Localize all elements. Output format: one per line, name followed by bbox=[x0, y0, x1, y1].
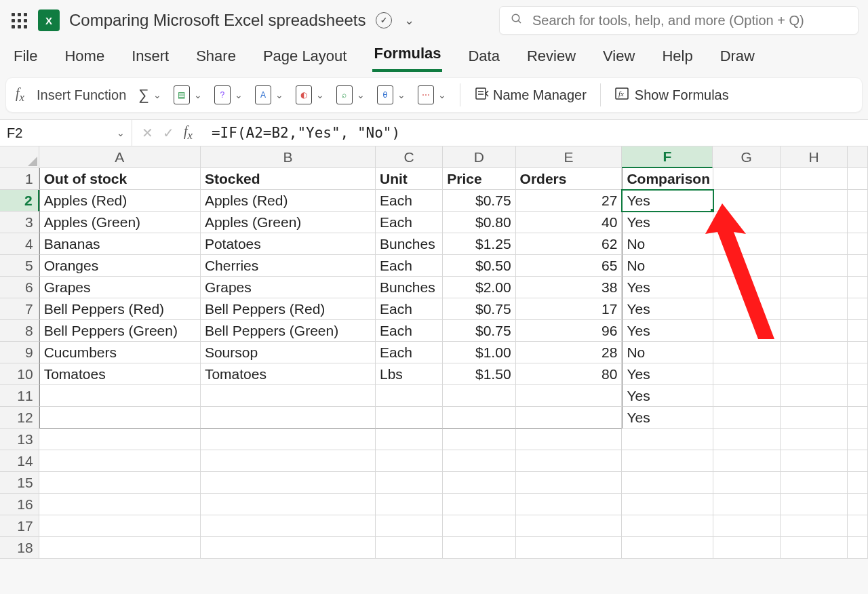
cell[interactable] bbox=[713, 429, 781, 450]
row-header[interactable]: 17 bbox=[0, 515, 39, 537]
tab-file[interactable]: File bbox=[12, 43, 39, 72]
select-all-corner[interactable] bbox=[0, 146, 39, 168]
cell[interactable]: Price bbox=[443, 168, 515, 190]
lookup-button[interactable]: ⌕⌄ bbox=[334, 83, 368, 107]
cell[interactable]: Yes bbox=[622, 385, 713, 407]
logical-button[interactable]: ?⌄ bbox=[212, 83, 245, 107]
more-functions-button[interactable]: ⋯⌄ bbox=[415, 83, 449, 107]
cell[interactable] bbox=[781, 385, 848, 407]
cell[interactable]: 38 bbox=[516, 277, 623, 298]
cell[interactable]: Yes bbox=[622, 320, 713, 342]
cell[interactable] bbox=[622, 450, 713, 472]
cell[interactable] bbox=[376, 515, 443, 537]
cell[interactable] bbox=[622, 515, 713, 537]
cell[interactable] bbox=[376, 494, 443, 515]
cell[interactable] bbox=[713, 363, 781, 385]
confirm-icon[interactable]: ✓ bbox=[163, 125, 174, 141]
row-header[interactable]: 16 bbox=[0, 494, 39, 515]
cell[interactable]: Bunches bbox=[376, 277, 443, 298]
cell[interactable] bbox=[39, 450, 201, 472]
tab-insert[interactable]: Insert bbox=[130, 43, 170, 72]
cell[interactable]: $0.50 bbox=[443, 255, 515, 277]
cell[interactable] bbox=[201, 450, 376, 472]
cell[interactable] bbox=[713, 450, 781, 472]
cell[interactable] bbox=[713, 537, 781, 559]
row-header[interactable]: 8 bbox=[0, 320, 39, 342]
cell[interactable] bbox=[781, 212, 848, 233]
cell[interactable] bbox=[713, 342, 781, 363]
cell[interactable] bbox=[848, 429, 868, 450]
tab-home[interactable]: Home bbox=[63, 43, 106, 72]
cell[interactable] bbox=[443, 407, 515, 429]
name-box[interactable]: F2 ⌄ bbox=[0, 120, 132, 146]
cell[interactable]: 80 bbox=[516, 363, 623, 385]
cell[interactable] bbox=[781, 255, 848, 277]
cell[interactable] bbox=[376, 537, 443, 559]
tab-page-layout[interactable]: Page Layout bbox=[262, 43, 349, 72]
cell[interactable]: Each bbox=[376, 342, 443, 363]
cell[interactable] bbox=[39, 515, 201, 537]
cell[interactable]: Yes bbox=[622, 363, 713, 385]
cell[interactable] bbox=[201, 385, 376, 407]
row-header[interactable]: 12 bbox=[0, 407, 39, 429]
cell[interactable] bbox=[713, 212, 781, 233]
cell[interactable] bbox=[516, 450, 623, 472]
cell[interactable]: Cherries bbox=[201, 255, 376, 277]
name-manager-button[interactable]: Name Manager bbox=[471, 83, 589, 108]
cell[interactable]: Tomatoes bbox=[39, 363, 201, 385]
cell[interactable]: Cucumbers bbox=[39, 342, 201, 363]
cell[interactable] bbox=[516, 407, 623, 429]
cell[interactable] bbox=[622, 537, 713, 559]
tab-data[interactable]: Data bbox=[467, 43, 500, 72]
cell[interactable]: 62 bbox=[516, 233, 623, 255]
cell[interactable]: Yes bbox=[622, 212, 713, 233]
datetime-button[interactable]: ◐⌄ bbox=[293, 83, 327, 107]
cell[interactable]: Out of stock bbox=[39, 168, 201, 190]
cell[interactable] bbox=[713, 190, 781, 212]
row-header[interactable]: 3 bbox=[0, 212, 39, 233]
cell[interactable] bbox=[848, 385, 868, 407]
cell[interactable]: Bell Peppers (Green) bbox=[201, 320, 376, 342]
cell[interactable] bbox=[848, 342, 868, 363]
cell[interactable] bbox=[516, 429, 623, 450]
cell[interactable] bbox=[39, 494, 201, 515]
cell[interactable] bbox=[201, 537, 376, 559]
cell[interactable] bbox=[781, 233, 848, 255]
cell[interactable]: Oranges bbox=[39, 255, 201, 277]
cell[interactable] bbox=[781, 429, 848, 450]
cell[interactable]: Bananas bbox=[39, 233, 201, 255]
row-header[interactable]: 2 bbox=[0, 190, 39, 212]
cell[interactable] bbox=[713, 515, 781, 537]
cell[interactable] bbox=[443, 515, 515, 537]
cell[interactable]: Comparison bbox=[622, 168, 713, 190]
cell[interactable]: Apples (Green) bbox=[39, 212, 201, 233]
cell[interactable]: $1.25 bbox=[443, 233, 515, 255]
cell[interactable] bbox=[622, 472, 713, 494]
fx-icon[interactable]: fx bbox=[184, 123, 199, 142]
cell[interactable] bbox=[376, 385, 443, 407]
financial-button[interactable]: ▤⌄ bbox=[171, 83, 205, 107]
cell[interactable] bbox=[622, 494, 713, 515]
spreadsheet-grid[interactable]: A B C D E F G H 1 Out of stock Stocked U… bbox=[0, 146, 868, 559]
cell[interactable]: Grapes bbox=[201, 277, 376, 298]
cell[interactable]: No bbox=[622, 255, 713, 277]
col-header-C[interactable]: C bbox=[376, 146, 443, 168]
cell[interactable] bbox=[713, 233, 781, 255]
row-header[interactable]: 5 bbox=[0, 255, 39, 277]
cell[interactable]: Orders bbox=[516, 168, 623, 190]
cell[interactable] bbox=[713, 168, 781, 190]
cell[interactable]: $0.75 bbox=[443, 298, 515, 320]
cell[interactable] bbox=[781, 494, 848, 515]
cell[interactable] bbox=[201, 494, 376, 515]
cell[interactable] bbox=[376, 472, 443, 494]
cell[interactable]: Bunches bbox=[376, 233, 443, 255]
col-header-D[interactable]: D bbox=[443, 146, 515, 168]
cell[interactable] bbox=[848, 472, 868, 494]
cell[interactable]: Apples (Red) bbox=[201, 190, 376, 212]
cell[interactable]: Apples (Green) bbox=[201, 212, 376, 233]
cell[interactable] bbox=[443, 429, 515, 450]
cell[interactable] bbox=[848, 255, 868, 277]
cell[interactable]: 28 bbox=[516, 342, 623, 363]
row-header[interactable]: 6 bbox=[0, 277, 39, 298]
cell[interactable]: Unit bbox=[376, 168, 443, 190]
